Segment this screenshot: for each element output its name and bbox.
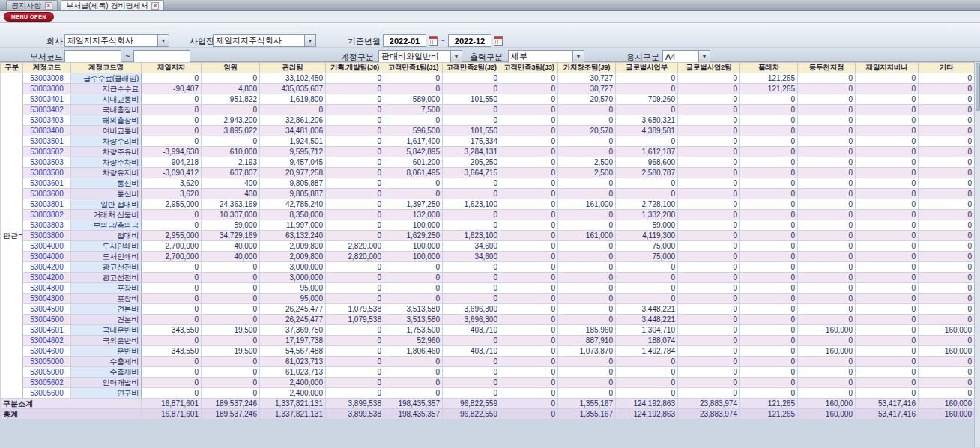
close-icon[interactable]: ✕ bbox=[151, 2, 159, 10]
value-cell: 53,417,416 bbox=[856, 399, 919, 409]
value-cell: 8,350,000 bbox=[260, 210, 326, 220]
account-code-cell: 53004300 bbox=[23, 294, 71, 304]
table-row[interactable]: 53003801일반 접대비2,955,00024,363,16942,785,… bbox=[1, 199, 975, 210]
account-code-cell: 53003801 bbox=[23, 199, 71, 210]
table-row[interactable]: 53003803부의금/축의금059,00011,997,0000100,000… bbox=[1, 220, 975, 231]
table-row[interactable]: 53005602인력개발비002,400,00000000000000 bbox=[1, 378, 975, 388]
value-cell: 1,806,460 bbox=[384, 346, 443, 357]
value-cell: 0 bbox=[678, 94, 740, 105]
value-cell: 2,820,000 bbox=[326, 252, 384, 262]
value-cell: 185,960 bbox=[558, 325, 616, 336]
account-name-cell: 부의금/축의금 bbox=[71, 220, 142, 231]
table-row[interactable]: 53005000수출제비0061,023,71300000000000 bbox=[1, 367, 975, 378]
table-row[interactable]: 53003601통신비3,6204009,805,88700000000000 bbox=[1, 178, 975, 189]
table-row[interactable]: 53003802거래처 선물비010,307,0008,350,0000132,… bbox=[1, 210, 975, 220]
table-row[interactable]: 53003600통신비3,6204009,805,88700000000000 bbox=[1, 189, 975, 199]
value-cell: 0 bbox=[500, 126, 558, 136]
value-cell: 0 bbox=[919, 315, 975, 325]
site-select-value: 제일저지주식회사 bbox=[214, 35, 304, 46]
value-cell: 0 bbox=[142, 304, 202, 315]
table-row[interactable]: 53005000수출제비0061,023,71300000000000 bbox=[1, 357, 975, 367]
value-cell: 0 bbox=[202, 105, 260, 115]
output-type-select[interactable]: 세부 ▼ bbox=[508, 50, 584, 63]
dept-code-to-input[interactable] bbox=[133, 50, 190, 63]
value-cell: 124,192,863 bbox=[616, 399, 678, 409]
period-to-input[interactable] bbox=[448, 34, 491, 47]
table-row[interactable]: 53003501차량수리비001,924,50101,617,400175,33… bbox=[1, 136, 975, 147]
table-row[interactable]: 53004000도서인쇄비2,700,00040,0002,009,8002,8… bbox=[1, 252, 975, 262]
period-from-input[interactable] bbox=[383, 34, 426, 47]
account-name-cell: 도서인쇄비 bbox=[71, 252, 142, 262]
value-cell: 17,197,738 bbox=[260, 336, 326, 346]
table-row[interactable]: 53004300포장비0095,00000000000000 bbox=[1, 283, 975, 294]
vertical-scrollbar[interactable] bbox=[974, 62, 980, 447]
table-row[interactable]: 53003400여비교통비03,895,02234,481,0060596,50… bbox=[1, 126, 975, 136]
tab-expense-report[interactable]: 부서별(세목) 경비명세서 ✕ bbox=[61, 0, 164, 10]
account-name-cell: 광고선전비 bbox=[71, 273, 142, 283]
company-label: 회사 bbox=[46, 36, 63, 47]
value-cell: 0 bbox=[798, 241, 856, 252]
table-row[interactable]: 53004200광고선전비003,000,00000000000000 bbox=[1, 273, 975, 283]
table-row[interactable]: 53003401시내교통비0951,8221,619,8000589,00010… bbox=[1, 94, 975, 105]
value-cell: 601,200 bbox=[384, 157, 443, 168]
table-row[interactable]: 53004500견본비0026,245,4771,079,5383,513,58… bbox=[1, 315, 975, 325]
table-row[interactable]: 53003502차량주유비-3,994,630610,0009,595,7120… bbox=[1, 147, 975, 157]
table-row[interactable]: 53003402국내출장비00007,500000000000 bbox=[1, 105, 975, 115]
value-cell: 0 bbox=[616, 136, 678, 147]
value-cell: 1,397,250 bbox=[384, 199, 443, 210]
value-cell: 0 bbox=[740, 220, 798, 231]
value-cell: 0 bbox=[500, 325, 558, 336]
value-cell: 0 bbox=[558, 388, 616, 399]
value-cell: 596,500 bbox=[384, 126, 443, 136]
table-row[interactable]: 53004000도서인쇄비2,700,00040,0002,009,8002,8… bbox=[1, 241, 975, 252]
value-cell: 0 bbox=[919, 178, 975, 189]
company-select[interactable]: 제일저지주식회사 ▼ bbox=[64, 34, 169, 47]
value-cell: 0 bbox=[919, 283, 975, 294]
value-cell: 59,000 bbox=[202, 220, 260, 231]
value-cell: 0 bbox=[919, 136, 975, 147]
calendar-icon[interactable] bbox=[494, 36, 503, 46]
value-cell: 0 bbox=[500, 168, 558, 178]
site-select[interactable]: 제일저지주식회사 ▼ bbox=[213, 34, 316, 47]
table-row[interactable]: 판관비53003008급수수료(클래임)0033,102,450000030,7… bbox=[1, 73, 975, 84]
value-cell: 0 bbox=[856, 105, 919, 115]
table-row[interactable]: 53004601국내운반비343,55019,50037,369,75001,7… bbox=[1, 325, 975, 336]
close-icon[interactable]: ✕ bbox=[45, 2, 52, 10]
table-row[interactable]: 53005600연구비002,400,00000000000000 bbox=[1, 388, 975, 399]
table-row[interactable]: 53003000지급수수료-90,4074,800435,035,6070000… bbox=[1, 84, 975, 94]
calendar-icon[interactable] bbox=[429, 36, 438, 46]
account-type-select[interactable]: 판매비와일반비 ▼ bbox=[378, 50, 462, 63]
dept-code-from-input[interactable] bbox=[64, 50, 121, 63]
table-row[interactable]: 53004200광고선전비003,000,00000000000000 bbox=[1, 262, 975, 273]
value-cell: 30,727 bbox=[558, 84, 616, 94]
value-cell: 0 bbox=[856, 147, 919, 157]
value-cell: 0 bbox=[740, 388, 798, 399]
value-cell: 160,000 bbox=[798, 325, 856, 336]
value-cell: 0 bbox=[616, 294, 678, 304]
table-row[interactable]: 53004300포장비0095,00000000000000 bbox=[1, 294, 975, 304]
value-cell: 0 bbox=[678, 147, 740, 157]
value-cell: 0 bbox=[326, 157, 384, 168]
table-row[interactable]: 53004600운반비343,55019,50054,567,48801,806… bbox=[1, 346, 975, 357]
value-cell: 435,035,607 bbox=[260, 84, 326, 94]
tab-notice[interactable]: 공지사항 ✕ bbox=[6, 0, 58, 10]
table-row[interactable]: 53004500견본비0026,245,4771,079,5383,513,58… bbox=[1, 304, 975, 315]
table-row[interactable]: 53003503차량주차비904,218-2,1939,457,0450601,… bbox=[1, 157, 975, 168]
value-cell: 968,600 bbox=[616, 157, 678, 168]
table-row[interactable]: 53004602국외운반비0017,197,738052,96000887,91… bbox=[1, 336, 975, 346]
paper-type-select[interactable]: A4 ▼ bbox=[662, 50, 710, 63]
account-name-cell: 견본비 bbox=[71, 315, 142, 325]
account-name-cell: 국내운반비 bbox=[71, 325, 142, 336]
value-cell: 198,435,357 bbox=[384, 399, 443, 409]
value-cell: 121,265 bbox=[740, 399, 798, 409]
value-cell: 0 bbox=[616, 73, 678, 84]
value-cell: 63,132,240 bbox=[260, 231, 326, 241]
account-code-cell: 53003403 bbox=[23, 115, 71, 126]
table-row[interactable]: 53003403해외출장비02,943,20032,861,206000003,… bbox=[1, 115, 975, 126]
value-cell: 0 bbox=[558, 105, 616, 115]
table-row[interactable]: 53003500차량유지비-3,090,412607,80720,977,258… bbox=[1, 168, 975, 178]
value-cell: 1,337,821,131 bbox=[260, 409, 326, 420]
menu-open-button[interactable]: MENU OPEN bbox=[4, 12, 54, 22]
table-row[interactable]: 53003800접대비2,955,00034,729,16963,132,240… bbox=[1, 231, 975, 241]
scrollbar-thumb[interactable] bbox=[976, 63, 980, 111]
